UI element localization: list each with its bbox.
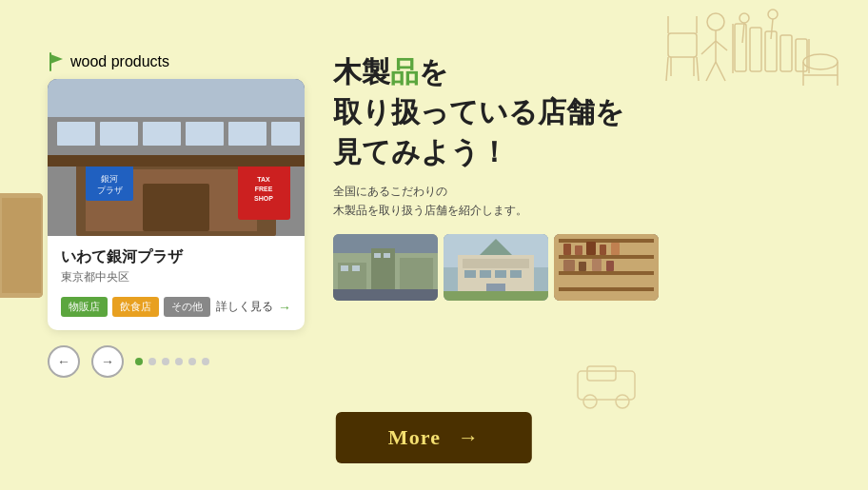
svg-rect-90 — [592, 259, 602, 271]
svg-rect-65 — [333, 289, 438, 301]
headline-line3: 見てみよう！ — [333, 136, 508, 167]
next-button[interactable]: → — [91, 345, 124, 378]
svg-rect-89 — [579, 262, 586, 271]
svg-text:TAX: TAX — [257, 176, 270, 183]
svg-rect-86 — [600, 245, 606, 255]
headline-line2: 取り扱っている店舗を — [333, 96, 624, 127]
brand-label: wood products — [48, 52, 169, 71]
store-tags-row: 物販店 飲食店 その他 詳しく見る → — [61, 297, 291, 317]
svg-rect-39 — [57, 122, 95, 146]
svg-text:プラザ: プラザ — [97, 186, 123, 195]
svg-rect-87 — [611, 243, 620, 255]
store-card-body: いわて銀河プラザ 東京都中央区 物販店 飲食店 その他 詳しく見る → — [48, 236, 305, 330]
headline-part1: 木製品を — [333, 56, 448, 88]
svg-rect-72 — [480, 270, 491, 278]
tag-retail: 物販店 — [61, 297, 108, 317]
detail-link-arrow-icon: → — [278, 300, 291, 315]
detail-link[interactable]: 詳しく見る → — [216, 299, 291, 315]
store-location: 東京都中央区 — [61, 269, 291, 285]
svg-rect-41 — [143, 122, 181, 146]
main-headline: 木製品を 取り扱っている店舗を 見てみよう！ — [333, 52, 830, 172]
thumbnail-2[interactable] — [444, 234, 548, 301]
dot-5[interactable] — [188, 358, 196, 365]
svg-rect-88 — [563, 260, 575, 271]
svg-rect-82 — [559, 287, 654, 291]
store-card-image: TAX FREE SHOP 銀河 プラザ — [48, 79, 305, 236]
svg-text:FREE: FREE — [255, 186, 273, 192]
thumbnail-row — [333, 234, 830, 301]
desc-line1: 全国にあるこだわりの — [333, 185, 447, 198]
svg-rect-44 — [271, 122, 300, 146]
svg-rect-74 — [510, 270, 522, 278]
dot-6[interactable] — [202, 358, 209, 365]
svg-rect-70 — [463, 259, 529, 268]
desc-line2: 木製品を取り扱う店舗を紹介します。 — [333, 204, 527, 217]
headline-highlight: 品 — [390, 56, 419, 88]
svg-text:銀河: 銀河 — [101, 174, 118, 184]
svg-rect-79 — [559, 239, 654, 243]
svg-rect-63 — [374, 253, 381, 258]
svg-rect-76 — [444, 291, 548, 301]
svg-rect-61 — [341, 265, 348, 271]
svg-rect-40 — [100, 122, 138, 146]
svg-rect-81 — [559, 271, 654, 275]
store-card-section: wood products — [48, 52, 305, 378]
svg-rect-62 — [352, 265, 360, 271]
prev-button[interactable]: ← — [48, 345, 80, 378]
svg-rect-91 — [606, 261, 614, 271]
svg-rect-83 — [563, 244, 571, 255]
carousel-navigation: ← → — [48, 345, 209, 378]
thumbnail-3[interactable] — [554, 234, 659, 301]
svg-rect-47 — [143, 184, 209, 231]
svg-rect-80 — [559, 255, 654, 259]
detail-link-text: 詳しく見る — [216, 299, 273, 315]
store-card: TAX FREE SHOP 銀河 プラザ いわて銀河プラザ 東京都中央区 — [48, 79, 305, 330]
svg-marker-35 — [50, 54, 63, 64]
dot-3[interactable] — [162, 358, 169, 365]
brand-flag-icon — [48, 52, 65, 71]
store-name: いわて銀河プラザ — [61, 247, 291, 267]
tag-food: 飲食店 — [112, 297, 159, 317]
svg-text:SHOP: SHOP — [254, 195, 273, 202]
dot-2[interactable] — [148, 358, 156, 365]
svg-rect-84 — [575, 245, 582, 255]
svg-rect-64 — [384, 253, 390, 258]
tag-other: その他 — [164, 297, 210, 317]
svg-rect-71 — [464, 270, 476, 278]
right-section: 木製品を 取り扱っている店舗を 見てみよう！ 全国にあるこだわりの 木製品を取り… — [333, 52, 830, 301]
thumbnail-1[interactable] — [333, 234, 438, 301]
carousel-dots — [135, 358, 209, 365]
dot-4[interactable] — [175, 358, 183, 365]
svg-rect-85 — [586, 242, 596, 255]
svg-rect-55 — [48, 155, 305, 167]
svg-rect-43 — [228, 122, 266, 146]
brand-text: wood products — [70, 53, 169, 70]
store-tags: 物販店 飲食店 その他 — [61, 297, 210, 317]
svg-rect-42 — [186, 122, 224, 146]
svg-rect-73 — [495, 270, 506, 278]
sub-description: 全国にあるこだわりの 木製品を取り扱う店舗を紹介します。 — [333, 182, 830, 221]
dot-1[interactable] — [135, 358, 143, 365]
